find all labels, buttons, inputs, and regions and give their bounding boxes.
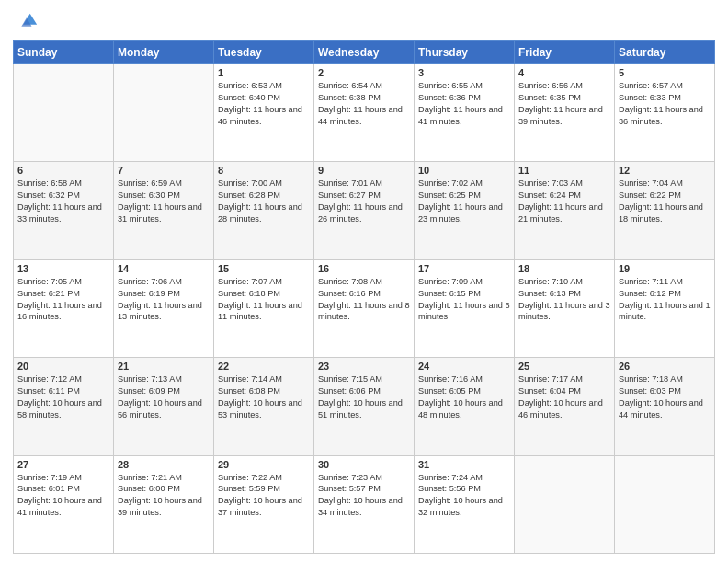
calendar-week-3: 13Sunrise: 7:05 AM Sunset: 6:21 PM Dayli… bbox=[14, 259, 715, 357]
day-number: 13 bbox=[17, 263, 109, 274]
day-number: 18 bbox=[518, 263, 610, 274]
day-header-wednesday: Wednesday bbox=[314, 41, 415, 64]
day-header-sunday: Sunday bbox=[14, 41, 114, 64]
day-number: 26 bbox=[619, 361, 711, 372]
logo-icon bbox=[13, 9, 39, 35]
day-number: 21 bbox=[118, 361, 210, 372]
calendar-cell: 13Sunrise: 7:05 AM Sunset: 6:21 PM Dayli… bbox=[14, 259, 114, 357]
day-info: Sunrise: 7:15 AM Sunset: 6:06 PM Dayligh… bbox=[318, 373, 410, 421]
day-info: Sunrise: 7:01 AM Sunset: 6:27 PM Dayligh… bbox=[318, 178, 410, 225]
day-info: Sunrise: 7:14 AM Sunset: 6:08 PM Dayligh… bbox=[218, 373, 310, 421]
day-info: Sunrise: 7:09 AM Sunset: 6:15 PM Dayligh… bbox=[418, 276, 510, 324]
calendar-cell: 8Sunrise: 7:00 AM Sunset: 6:28 PM Daylig… bbox=[214, 162, 314, 259]
logo bbox=[13, 9, 42, 35]
day-number: 22 bbox=[218, 361, 310, 372]
day-info: Sunrise: 6:53 AM Sunset: 6:40 PM Dayligh… bbox=[218, 80, 310, 128]
day-header-thursday: Thursday bbox=[415, 41, 515, 64]
day-number: 2 bbox=[318, 67, 410, 78]
day-number: 4 bbox=[518, 67, 610, 78]
calendar-cell: 5Sunrise: 6:57 AM Sunset: 6:33 PM Daylig… bbox=[615, 64, 715, 162]
calendar-cell: 24Sunrise: 7:16 AM Sunset: 6:05 PM Dayli… bbox=[415, 358, 515, 455]
day-number: 7 bbox=[118, 165, 210, 176]
calendar-cell: 10Sunrise: 7:02 AM Sunset: 6:25 PM Dayli… bbox=[415, 162, 515, 259]
day-number: 24 bbox=[418, 361, 510, 372]
calendar-cell: 6Sunrise: 6:58 AM Sunset: 6:32 PM Daylig… bbox=[14, 162, 114, 259]
calendar-cell: 31Sunrise: 7:24 AM Sunset: 5:56 PM Dayli… bbox=[415, 455, 515, 553]
day-number: 17 bbox=[418, 263, 510, 274]
day-info: Sunrise: 7:16 AM Sunset: 6:05 PM Dayligh… bbox=[418, 373, 510, 421]
day-header-saturday: Saturday bbox=[615, 41, 715, 64]
day-number: 5 bbox=[619, 67, 711, 78]
day-info: Sunrise: 6:58 AM Sunset: 6:32 PM Dayligh… bbox=[17, 178, 109, 225]
calendar-cell: 19Sunrise: 7:11 AM Sunset: 6:12 PM Dayli… bbox=[615, 259, 715, 357]
calendar-week-4: 20Sunrise: 7:12 AM Sunset: 6:11 PM Dayli… bbox=[14, 358, 715, 455]
calendar-cell: 26Sunrise: 7:18 AM Sunset: 6:03 PM Dayli… bbox=[615, 358, 715, 455]
calendar-cell: 20Sunrise: 7:12 AM Sunset: 6:11 PM Dayli… bbox=[14, 358, 114, 455]
calendar-cell: 15Sunrise: 7:07 AM Sunset: 6:18 PM Dayli… bbox=[214, 259, 314, 357]
calendar-cell: 17Sunrise: 7:09 AM Sunset: 6:15 PM Dayli… bbox=[415, 259, 515, 357]
day-number: 11 bbox=[518, 165, 610, 176]
calendar-cell: 2Sunrise: 6:54 AM Sunset: 6:38 PM Daylig… bbox=[314, 64, 415, 162]
day-number: 27 bbox=[17, 459, 109, 470]
calendar-cell: 25Sunrise: 7:17 AM Sunset: 6:04 PM Dayli… bbox=[515, 358, 615, 455]
day-info: Sunrise: 7:19 AM Sunset: 6:01 PM Dayligh… bbox=[17, 472, 109, 520]
day-number: 3 bbox=[418, 67, 510, 78]
calendar-cell: 9Sunrise: 7:01 AM Sunset: 6:27 PM Daylig… bbox=[314, 162, 415, 259]
calendar-week-2: 6Sunrise: 6:58 AM Sunset: 6:32 PM Daylig… bbox=[14, 162, 715, 259]
day-number: 31 bbox=[418, 459, 510, 470]
calendar-cell: 7Sunrise: 6:59 AM Sunset: 6:30 PM Daylig… bbox=[114, 162, 214, 259]
calendar-cell: 16Sunrise: 7:08 AM Sunset: 6:16 PM Dayli… bbox=[314, 259, 415, 357]
day-number: 29 bbox=[218, 459, 310, 470]
day-number: 28 bbox=[118, 459, 210, 470]
day-header-monday: Monday bbox=[114, 41, 214, 64]
day-number: 25 bbox=[518, 361, 610, 372]
day-number: 6 bbox=[17, 165, 109, 176]
day-number: 15 bbox=[218, 263, 310, 274]
day-number: 8 bbox=[218, 165, 310, 176]
day-number: 23 bbox=[318, 361, 410, 372]
day-info: Sunrise: 6:57 AM Sunset: 6:33 PM Dayligh… bbox=[619, 80, 711, 128]
calendar-cell: 29Sunrise: 7:22 AM Sunset: 5:59 PM Dayli… bbox=[214, 455, 314, 553]
day-info: Sunrise: 7:11 AM Sunset: 6:12 PM Dayligh… bbox=[619, 276, 711, 324]
day-info: Sunrise: 6:55 AM Sunset: 6:36 PM Dayligh… bbox=[418, 80, 510, 128]
day-info: Sunrise: 7:12 AM Sunset: 6:11 PM Dayligh… bbox=[17, 373, 109, 421]
day-number: 12 bbox=[619, 165, 711, 176]
day-number: 10 bbox=[418, 165, 510, 176]
day-info: Sunrise: 7:21 AM Sunset: 6:00 PM Dayligh… bbox=[118, 472, 210, 520]
calendar-table: SundayMondayTuesdayWednesdayThursdayFrid… bbox=[13, 40, 715, 554]
day-info: Sunrise: 7:04 AM Sunset: 6:22 PM Dayligh… bbox=[619, 178, 711, 225]
calendar-week-1: 1Sunrise: 6:53 AM Sunset: 6:40 PM Daylig… bbox=[14, 64, 715, 162]
day-header-tuesday: Tuesday bbox=[214, 41, 314, 64]
calendar-cell: 12Sunrise: 7:04 AM Sunset: 6:22 PM Dayli… bbox=[615, 162, 715, 259]
day-info: Sunrise: 7:07 AM Sunset: 6:18 PM Dayligh… bbox=[218, 276, 310, 324]
calendar-cell: 30Sunrise: 7:23 AM Sunset: 5:57 PM Dayli… bbox=[314, 455, 415, 553]
day-info: Sunrise: 7:08 AM Sunset: 6:16 PM Dayligh… bbox=[318, 276, 410, 324]
calendar-cell: 21Sunrise: 7:13 AM Sunset: 6:09 PM Dayli… bbox=[114, 358, 214, 455]
day-info: Sunrise: 7:05 AM Sunset: 6:21 PM Dayligh… bbox=[17, 276, 109, 324]
calendar-cell bbox=[114, 64, 214, 162]
calendar-cell: 3Sunrise: 6:55 AM Sunset: 6:36 PM Daylig… bbox=[415, 64, 515, 162]
calendar-cell: 22Sunrise: 7:14 AM Sunset: 6:08 PM Dayli… bbox=[214, 358, 314, 455]
calendar-cell: 28Sunrise: 7:21 AM Sunset: 6:00 PM Dayli… bbox=[114, 455, 214, 553]
calendar-cell bbox=[615, 455, 715, 553]
calendar-cell: 27Sunrise: 7:19 AM Sunset: 6:01 PM Dayli… bbox=[14, 455, 114, 553]
day-info: Sunrise: 6:54 AM Sunset: 6:38 PM Dayligh… bbox=[318, 80, 410, 128]
day-header-friday: Friday bbox=[515, 41, 615, 64]
calendar-cell: 11Sunrise: 7:03 AM Sunset: 6:24 PM Dayli… bbox=[515, 162, 615, 259]
calendar-header-row: SundayMondayTuesdayWednesdayThursdayFrid… bbox=[14, 41, 715, 64]
day-number: 20 bbox=[17, 361, 109, 372]
day-info: Sunrise: 7:22 AM Sunset: 5:59 PM Dayligh… bbox=[218, 472, 310, 520]
day-number: 16 bbox=[318, 263, 410, 274]
day-info: Sunrise: 7:18 AM Sunset: 6:03 PM Dayligh… bbox=[619, 373, 711, 421]
day-number: 9 bbox=[318, 165, 410, 176]
calendar-cell: 23Sunrise: 7:15 AM Sunset: 6:06 PM Dayli… bbox=[314, 358, 415, 455]
day-info: Sunrise: 7:23 AM Sunset: 5:57 PM Dayligh… bbox=[318, 472, 410, 520]
day-info: Sunrise: 6:56 AM Sunset: 6:35 PM Dayligh… bbox=[518, 80, 610, 128]
calendar-cell: 18Sunrise: 7:10 AM Sunset: 6:13 PM Dayli… bbox=[515, 259, 615, 357]
day-info: Sunrise: 7:00 AM Sunset: 6:28 PM Dayligh… bbox=[218, 178, 310, 225]
calendar-cell bbox=[14, 64, 114, 162]
day-number: 14 bbox=[118, 263, 210, 274]
day-info: Sunrise: 7:10 AM Sunset: 6:13 PM Dayligh… bbox=[518, 276, 610, 324]
day-info: Sunrise: 7:06 AM Sunset: 6:19 PM Dayligh… bbox=[118, 276, 210, 324]
calendar-cell: 14Sunrise: 7:06 AM Sunset: 6:19 PM Dayli… bbox=[114, 259, 214, 357]
